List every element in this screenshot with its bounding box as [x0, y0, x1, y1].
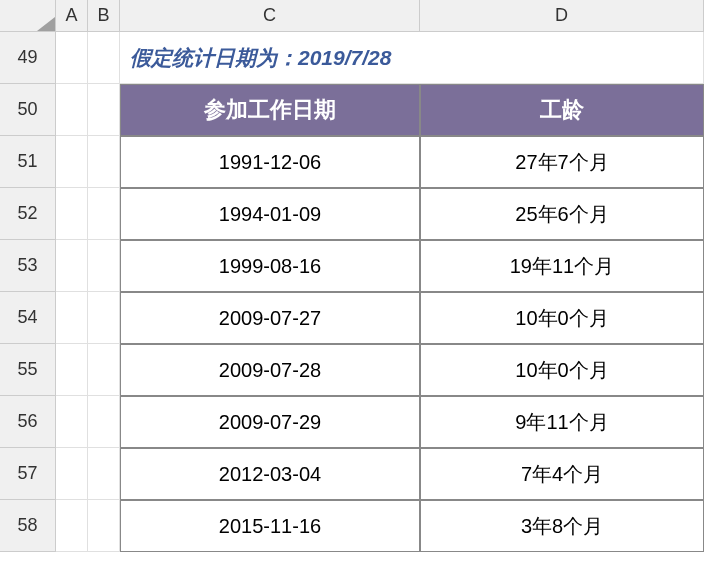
cell-b52[interactable]: [88, 188, 120, 240]
col-header-b[interactable]: B: [88, 0, 120, 32]
row-header-50[interactable]: 50: [0, 84, 56, 136]
cell-b56[interactable]: [88, 396, 120, 448]
cell-tenure-7[interactable]: 3年8个月: [420, 500, 704, 552]
announcement-cell[interactable]: 假定统计日期为：2019/7/28: [120, 32, 704, 84]
cell-a57[interactable]: [56, 448, 88, 500]
cell-tenure-6[interactable]: 7年4个月: [420, 448, 704, 500]
col-header-a[interactable]: A: [56, 0, 88, 32]
cell-a56[interactable]: [56, 396, 88, 448]
cell-date-3[interactable]: 2009-07-27: [120, 292, 420, 344]
header-date[interactable]: 参加工作日期: [120, 84, 420, 136]
cell-date-7[interactable]: 2015-11-16: [120, 500, 420, 552]
cell-tenure-4[interactable]: 10年0个月: [420, 344, 704, 396]
cell-b55[interactable]: [88, 344, 120, 396]
cell-a51[interactable]: [56, 136, 88, 188]
cell-date-1[interactable]: 1994-01-09: [120, 188, 420, 240]
cell-date-4[interactable]: 2009-07-28: [120, 344, 420, 396]
cell-tenure-1[interactable]: 25年6个月: [420, 188, 704, 240]
cell-tenure-3[interactable]: 10年0个月: [420, 292, 704, 344]
cell-a53[interactable]: [56, 240, 88, 292]
cell-b50[interactable]: [88, 84, 120, 136]
cell-b51[interactable]: [88, 136, 120, 188]
cell-b53[interactable]: [88, 240, 120, 292]
cell-tenure-5[interactable]: 9年11个月: [420, 396, 704, 448]
cell-a55[interactable]: [56, 344, 88, 396]
col-header-c[interactable]: C: [120, 0, 420, 32]
row-header-57[interactable]: 57: [0, 448, 56, 500]
cell-tenure-0[interactable]: 27年7个月: [420, 136, 704, 188]
row-header-53[interactable]: 53: [0, 240, 56, 292]
cell-b58[interactable]: [88, 500, 120, 552]
cell-a58[interactable]: [56, 500, 88, 552]
cell-date-0[interactable]: 1991-12-06: [120, 136, 420, 188]
row-header-51[interactable]: 51: [0, 136, 56, 188]
cell-a54[interactable]: [56, 292, 88, 344]
col-header-d[interactable]: D: [420, 0, 704, 32]
spreadsheet-grid: A B C D 49 假定统计日期为：2019/7/28 50 参加工作日期 工…: [0, 0, 712, 552]
cell-tenure-2[interactable]: 19年11个月: [420, 240, 704, 292]
header-tenure[interactable]: 工龄: [420, 84, 704, 136]
cell-a52[interactable]: [56, 188, 88, 240]
cell-date-6[interactable]: 2012-03-04: [120, 448, 420, 500]
cell-date-5[interactable]: 2009-07-29: [120, 396, 420, 448]
row-header-55[interactable]: 55: [0, 344, 56, 396]
row-header-49[interactable]: 49: [0, 32, 56, 84]
row-header-56[interactable]: 56: [0, 396, 56, 448]
cell-b54[interactable]: [88, 292, 120, 344]
cell-a49[interactable]: [56, 32, 88, 84]
row-header-54[interactable]: 54: [0, 292, 56, 344]
cell-b57[interactable]: [88, 448, 120, 500]
cell-date-2[interactable]: 1999-08-16: [120, 240, 420, 292]
row-header-58[interactable]: 58: [0, 500, 56, 552]
select-all-corner[interactable]: [0, 0, 56, 32]
row-header-52[interactable]: 52: [0, 188, 56, 240]
cell-a50[interactable]: [56, 84, 88, 136]
cell-b49[interactable]: [88, 32, 120, 84]
